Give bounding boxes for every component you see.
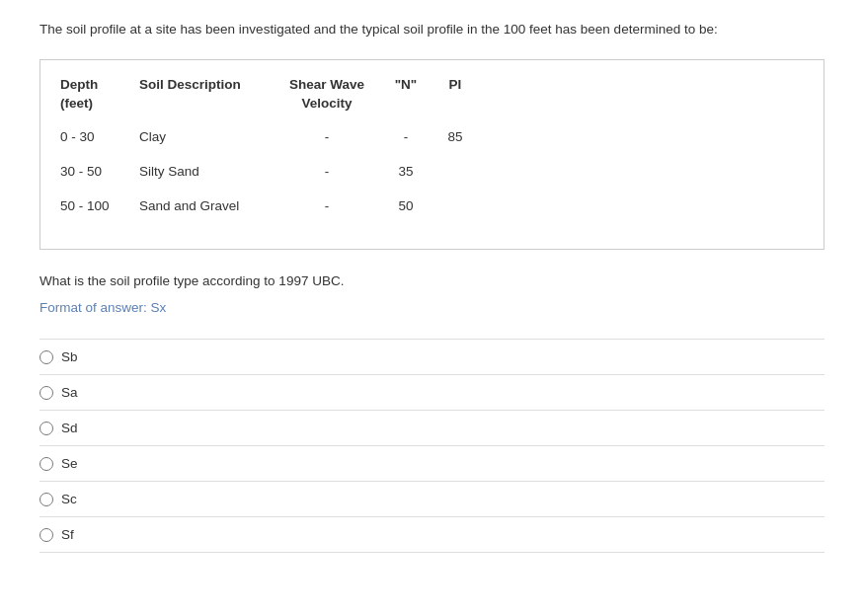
cell-shear-2: - <box>277 198 376 213</box>
cell-soil-2: Sand and Gravel <box>139 198 277 213</box>
option-row-sc: Sc <box>39 482 825 517</box>
table-body: 0 - 30 Clay - - 85 30 - 50 Silty Sand - … <box>60 129 804 213</box>
cell-n-0: - <box>376 129 435 144</box>
header-n: "N" <box>376 76 435 95</box>
format-text: Format of answer: Sx <box>39 300 825 315</box>
table-row: 0 - 30 Clay - - 85 <box>60 129 804 144</box>
question-text: What is the soil profile type according … <box>39 273 825 288</box>
cell-shear-1: - <box>277 164 376 179</box>
table-row: 50 - 100 Sand and Gravel - 50 <box>60 198 804 213</box>
header-shear: Shear WaveVelocity <box>277 76 376 114</box>
cell-soil-1: Silty Sand <box>139 164 277 179</box>
option-row-sf: Sf <box>39 517 825 553</box>
radio-sd[interactable] <box>39 422 53 435</box>
cell-pi-0: 85 <box>435 129 475 144</box>
cell-depth-1: 30 - 50 <box>60 164 139 179</box>
radio-se[interactable] <box>39 457 53 471</box>
header-pi: PI <box>435 76 475 95</box>
radio-sf[interactable] <box>39 528 53 542</box>
radio-sc[interactable] <box>39 493 53 506</box>
label-sd: Sd <box>61 421 78 435</box>
cell-shear-0: - <box>277 129 376 144</box>
header-soil: Soil Description <box>139 76 277 95</box>
soil-table: Depth(feet) Soil Description Shear WaveV… <box>39 59 825 250</box>
table-header: Depth(feet) Soil Description Shear WaveV… <box>60 76 804 114</box>
radio-sa[interactable] <box>39 386 53 400</box>
cell-n-1: 35 <box>376 164 435 179</box>
cell-depth-0: 0 - 30 <box>60 129 139 144</box>
option-row-sa: Sa <box>39 375 825 411</box>
answer-options: Sb Sa Sd Se Sc Sf <box>39 339 825 553</box>
option-row-sd: Sd <box>39 411 825 446</box>
radio-sb[interactable] <box>39 350 53 364</box>
option-row-se: Se <box>39 446 825 482</box>
label-sb: Sb <box>61 349 78 364</box>
label-sc: Sc <box>61 492 77 506</box>
header-depth: Depth(feet) <box>60 76 139 114</box>
intro-text: The soil profile at a site has been inve… <box>39 20 825 39</box>
label-se: Se <box>61 456 78 471</box>
option-row-sb: Sb <box>39 339 825 375</box>
cell-depth-2: 50 - 100 <box>60 198 139 213</box>
label-sf: Sf <box>61 527 74 542</box>
cell-soil-0: Clay <box>139 129 277 144</box>
label-sa: Sa <box>61 385 78 400</box>
cell-n-2: 50 <box>376 198 435 213</box>
table-row: 30 - 50 Silty Sand - 35 <box>60 164 804 179</box>
